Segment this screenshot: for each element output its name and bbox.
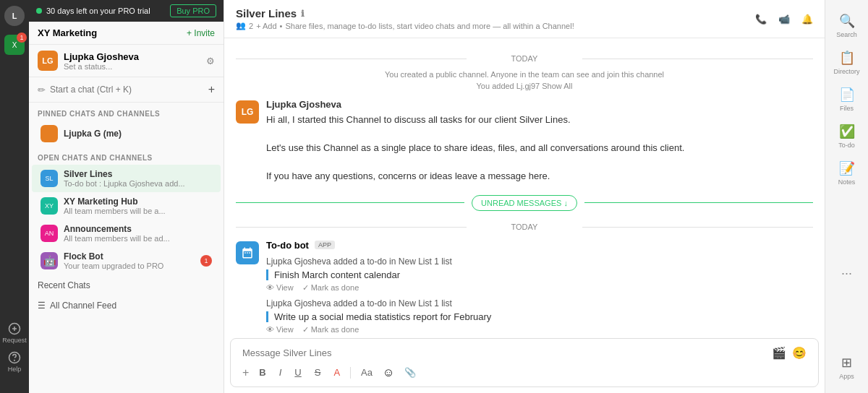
search-input[interactable] (50, 85, 204, 95)
color-button[interactable]: A (331, 366, 343, 379)
pinned-section-label: PINNED CHATS AND CHANNELS (29, 103, 224, 121)
phone-icon[interactable]: 📞 (755, 14, 767, 25)
members-icon: 👥 (236, 21, 246, 30)
icon-bar: L X 1 Request Help (0, 0, 29, 393)
apps-label: Apps (839, 373, 854, 380)
all-channel-feed-link[interactable]: ☰ All Channel Feed (29, 296, 224, 315)
todo-task-2: Write up a social media statistics repor… (266, 311, 813, 322)
workspace-name: XY Marketing (38, 27, 97, 38)
silver-lines-icon: SL (41, 170, 58, 187)
announcements-name: Announcements (64, 224, 212, 234)
flock-bot-preview: Your team upgraded to PRO (64, 262, 195, 270)
giphy-icon[interactable]: 🎬 (772, 346, 786, 360)
add-toolbar-icon[interactable]: + (242, 366, 249, 379)
todo-added-text-1: Ljupka Gjosheva added a to-do in New Lis… (266, 256, 813, 267)
channel-description: Share files, manage to-do lists, start v… (285, 22, 574, 30)
todo-item-2: Ljupka Gjosheva added a to-do in New Lis… (266, 298, 813, 333)
chat-header: Silver Lines ℹ 👥 2 + Add • Share files, … (224, 0, 825, 38)
trial-text: 30 days left on your PRO trial (46, 7, 150, 15)
right-bar-search[interactable]: 🔍 Search (825, 9, 868, 43)
announcements-icon: AN (41, 225, 58, 242)
message-row: LG Ljupka Gjosheva Hi all, I started thi… (236, 99, 813, 183)
excel-icon[interactable]: X 1 (4, 35, 25, 55)
eye-icon-2: 👁 (266, 325, 274, 332)
video-icon[interactable]: 📹 (778, 14, 790, 25)
ljupka-me-name: Ljupka G (me) (64, 129, 212, 139)
unread-line-right (584, 202, 813, 203)
system-message-1: You created a public channel. Anyone in … (236, 70, 813, 79)
invite-button[interactable]: + Invite (187, 28, 215, 38)
font-size-button[interactable]: Aa (358, 366, 375, 379)
bot-message-row: To-do bot APP Ljupka Gjosheva added a to… (236, 240, 813, 333)
underline-button[interactable]: U (292, 366, 304, 379)
sidebar-item-flock-bot[interactable]: 🤖 Flock Bot Your team upgraded to PRO 1 (32, 247, 221, 275)
todo-view-2[interactable]: 👁 View (266, 325, 294, 333)
feed-icon: ☰ (38, 301, 46, 311)
message-input[interactable] (242, 347, 766, 358)
right-bar-files[interactable]: 📄 Files (825, 82, 868, 116)
todo-added-text-2: Ljupka Gjosheva added a to-do in New Lis… (266, 298, 813, 308)
todo-mark-1[interactable]: ✓ Mark as done (302, 283, 359, 293)
chat-meta: 👥 2 + Add • Share files, manage to-do li… (236, 21, 574, 30)
user-status[interactable]: Set a status... (64, 62, 139, 71)
unread-line-left (236, 202, 464, 203)
recent-chats-link[interactable]: Recent Chats (29, 275, 224, 296)
bold-button[interactable]: B (256, 366, 268, 379)
search-label: Search (836, 31, 857, 38)
todo-view-1[interactable]: 👁 View (266, 283, 294, 293)
sidebar-item-ljupka-me[interactable]: Ljupka G (me) (32, 121, 221, 147)
right-bar-apps[interactable]: ⊞ Apps (836, 350, 857, 384)
messages-area: TODAY You created a public channel. Anyo… (224, 38, 825, 332)
info-icon[interactable]: ℹ (301, 9, 305, 19)
add-member-button[interactable]: + Add (256, 22, 276, 30)
bot-avatar (236, 241, 259, 264)
user-avatar-icon[interactable]: L (4, 6, 25, 26)
new-chat-icon[interactable]: + (208, 83, 215, 96)
sidebar-item-silver-lines[interactable]: SL Silver Lines To-do bot : Ljupka Gjosh… (32, 165, 221, 192)
todo-actions-1: 👁 View ✓ Mark as done (266, 283, 813, 293)
bell-icon[interactable]: 🔔 (801, 14, 813, 25)
emoji-quick-icon[interactable]: 😊 (792, 346, 807, 360)
user-row: LG Ljupka Gjosheva Set a status... ⚙ (29, 45, 224, 77)
sender-name: Ljupka Gjosheva (266, 99, 341, 110)
unread-divider: UNREAD MESSAGES ↓ (236, 195, 813, 211)
apps-icon: ⊞ (841, 355, 852, 371)
check-icon: ✓ (302, 283, 309, 293)
sidebar-item-announcements[interactable]: AN Announcements All team members will b… (32, 220, 221, 247)
compose-icon: ✏ (38, 85, 46, 95)
right-sidebar: 🔍 Search 📋 Directory 📄 Files ✅ To-do 📝 N… (825, 0, 868, 393)
right-bar-directory[interactable]: 📋 Directory (825, 46, 868, 79)
more-options-button[interactable]: ... (841, 263, 852, 278)
right-bar-notes[interactable]: 📝 Notes (825, 156, 868, 190)
settings-icon[interactable]: ⚙ (206, 56, 215, 66)
right-bar-todo[interactable]: ✅ To-do (825, 119, 868, 153)
sidebar-item-xy-hub[interactable]: XY XY Marketing Hub All team members wil… (32, 192, 221, 220)
sender-avatar: LG (236, 100, 259, 124)
trial-bar: 30 days left on your PRO trial Buy PRO (29, 0, 224, 22)
toolbar-divider (350, 367, 351, 379)
buy-pro-button[interactable]: Buy PRO (170, 4, 216, 17)
silver-lines-preview: To-do bot : Ljupka Gjosheva add... (64, 179, 212, 188)
flock-bot-icon: 🤖 (41, 252, 58, 269)
todo-mark-2[interactable]: ✓ Mark as done (302, 325, 359, 333)
system-message-2: You added Lj.gj97 Show All (236, 82, 813, 90)
user-name: Ljupka Gjosheva (64, 51, 139, 62)
message-input-area: 🎬 😊 + B I U S A Aa ☺ 📎 (230, 338, 819, 387)
flock-bot-name: Flock Bot (64, 251, 195, 262)
eye-icon: 👁 (266, 283, 274, 292)
message-toolbar: + B I U S A Aa ☺ 📎 (242, 366, 807, 379)
help-button[interactable]: Help (8, 351, 22, 373)
trial-dot-icon (36, 8, 42, 14)
announcements-preview: All team members will be ad... (64, 234, 212, 243)
files-icon: 📄 (839, 87, 855, 103)
request-button[interactable]: Request (2, 322, 27, 344)
bot-name: To-do bot (266, 240, 309, 251)
strikethrough-button[interactable]: S (312, 366, 324, 379)
unread-messages-button[interactable]: UNREAD MESSAGES ↓ (472, 195, 577, 211)
todo-label: To-do (838, 142, 855, 149)
emoji-picker-button[interactable]: ☺ (383, 366, 394, 379)
search-bar: ✏ + (29, 77, 224, 103)
attachment-button[interactable]: 📎 (401, 366, 419, 379)
help-label: Help (8, 366, 22, 373)
italic-button[interactable]: I (276, 366, 285, 379)
